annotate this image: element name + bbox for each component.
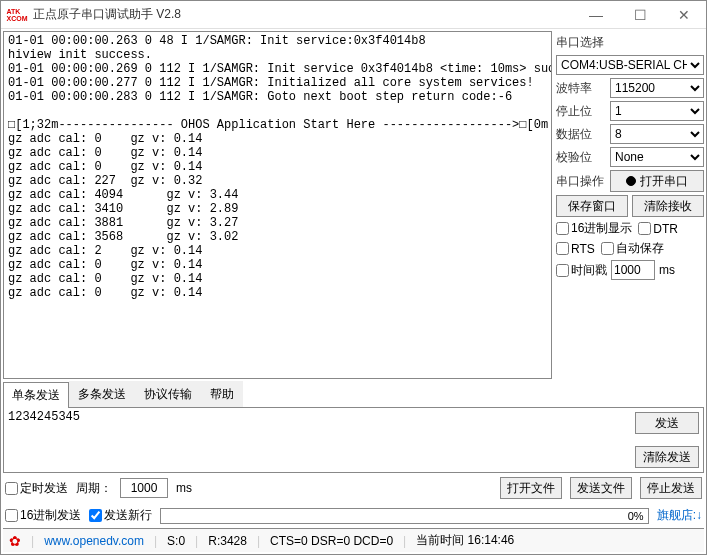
data-select[interactable]: 8 <box>610 124 704 144</box>
period-label: 周期： <box>76 480 112 497</box>
port-select[interactable]: COM4:USB-SERIAL CH340 <box>556 55 704 75</box>
website-link[interactable]: www.openedv.com <box>44 534 144 548</box>
send-button[interactable]: 发送 <box>635 412 699 434</box>
terminal-text: 01-01 00:00:00.263 0 48 I 1/SAMGR: Init … <box>4 32 551 302</box>
baud-select[interactable]: 115200 <box>610 78 704 98</box>
timestamp-unit: ms <box>659 263 675 277</box>
progress-text: 0% <box>628 509 644 523</box>
status-bar: ✿ | www.openedv.com | S:0 | R:3428 | CTS… <box>3 528 704 552</box>
timestamp-interval-input[interactable] <box>611 260 655 280</box>
tab-single-send[interactable]: 单条发送 <box>3 382 69 408</box>
titlebar: ATKXCOM 正点原子串口调试助手 V2.8 — ☐ ✕ <box>1 1 706 29</box>
status-time: 当前时间 16:14:46 <box>416 532 514 549</box>
timestamp-checkbox[interactable]: 时间戳 <box>556 262 607 279</box>
parity-label: 校验位 <box>556 148 606 167</box>
status-lines: CTS=0 DSR=0 DCD=0 <box>270 534 393 548</box>
tab-multi-send[interactable]: 多条发送 <box>69 381 135 407</box>
op-label: 串口操作 <box>556 172 606 191</box>
hex-send-checkbox[interactable]: 16进制发送 <box>5 507 81 524</box>
clear-send-button[interactable]: 清除发送 <box>635 446 699 468</box>
stop-label: 停止位 <box>556 102 606 121</box>
close-button[interactable]: ✕ <box>662 1 706 29</box>
clear-receive-button[interactable]: 清除接收 <box>632 195 704 217</box>
send-newline-checkbox[interactable]: 发送新行 <box>89 507 152 524</box>
send-tabs: 单条发送 多条发送 协议传输 帮助 <box>3 381 704 408</box>
open-port-button[interactable]: 打开串口 <box>610 170 704 192</box>
tab-protocol[interactable]: 协议传输 <box>135 381 201 407</box>
open-file-button[interactable]: 打开文件 <box>500 477 562 499</box>
parity-select[interactable]: None <box>610 147 704 167</box>
send-text-input[interactable]: 1234245345 <box>4 408 627 472</box>
data-label: 数据位 <box>556 125 606 144</box>
stop-select[interactable]: 1 <box>610 101 704 121</box>
period-input[interactable] <box>120 478 168 498</box>
settings-icon[interactable]: ✿ <box>9 533 21 549</box>
progress-bar: 0% <box>160 508 648 524</box>
window-title: 正点原子串口调试助手 V2.8 <box>33 6 574 23</box>
port-label: 串口选择 <box>556 33 704 52</box>
status-recv: R:3428 <box>208 534 247 548</box>
minimize-button[interactable]: — <box>574 1 618 29</box>
port-status-icon <box>626 176 636 186</box>
timed-send-checkbox[interactable]: 定时发送 <box>5 480 68 497</box>
status-sent: S:0 <box>167 534 185 548</box>
baud-label: 波特率 <box>556 79 606 98</box>
terminal-output[interactable]: 01-01 00:00:00.263 0 48 I 1/SAMGR: Init … <box>3 31 552 379</box>
tab-help[interactable]: 帮助 <box>201 381 243 407</box>
rts-checkbox[interactable]: RTS <box>556 240 595 257</box>
maximize-button[interactable]: ☐ <box>618 1 662 29</box>
save-window-button[interactable]: 保存窗口 <box>556 195 628 217</box>
send-file-button[interactable]: 发送文件 <box>570 477 632 499</box>
dtr-checkbox[interactable]: DTR <box>638 220 678 237</box>
hex-display-checkbox[interactable]: 16进制显示 <box>556 220 632 237</box>
stop-send-button[interactable]: 停止发送 <box>640 477 702 499</box>
shop-link[interactable]: 旗舰店:↓ <box>657 507 702 524</box>
app-logo: ATKXCOM <box>5 5 29 25</box>
autosave-checkbox[interactable]: 自动保存 <box>601 240 664 257</box>
period-unit: ms <box>176 481 192 495</box>
